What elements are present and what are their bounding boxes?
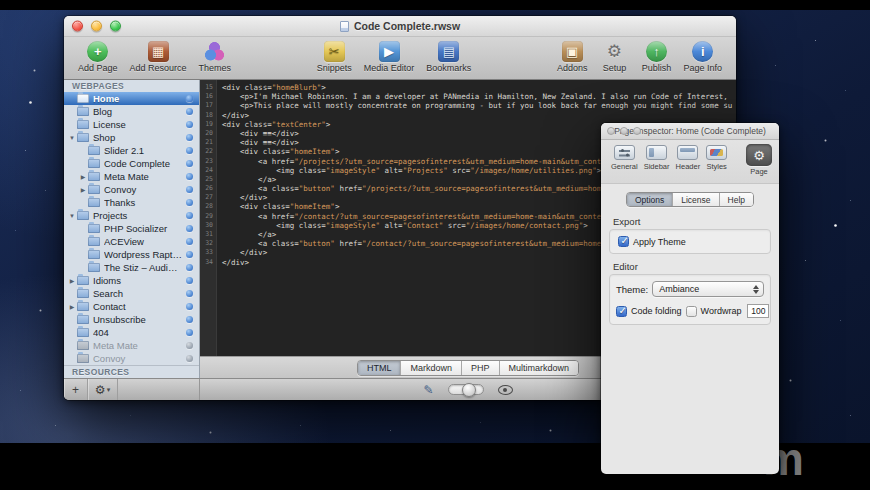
editor-mode-tab-multimarkdown[interactable]: Multimarkdown	[500, 361, 579, 375]
sidebar-item-aceview[interactable]: ACEView	[64, 235, 199, 248]
theme-label: Theme:	[616, 284, 648, 295]
toolbar-page-info-button[interactable]: iPage Info	[677, 39, 728, 73]
inspector-close-button[interactable]	[607, 127, 615, 135]
sidebar-item-blog[interactable]: Blog	[64, 105, 199, 118]
inspector-tab-help[interactable]: Help	[720, 193, 753, 206]
line-number: 32	[200, 239, 213, 248]
toolbar-themes-button[interactable]: Themes	[193, 39, 238, 73]
folder-icon	[77, 211, 89, 220]
export-section-label: Export	[613, 216, 779, 227]
sidebar-item-license[interactable]: License	[64, 118, 199, 131]
inspector-toolbar-styles-button[interactable]: Styles	[703, 144, 730, 172]
sidebar-item-meta-mate[interactable]: ▶Meta Mate	[64, 170, 199, 183]
editor-mode-tab-php[interactable]: PHP	[462, 361, 500, 375]
resources-section-header[interactable]: RESOURCES	[64, 365, 199, 378]
toolbar-group-right: ▣Addons⚙Setup↑PublishiPage Info	[551, 39, 728, 73]
sidebar-item-label: 404	[93, 327, 182, 338]
edit-pencil-icon[interactable]: ✎	[423, 384, 433, 396]
sidebar-item-contact[interactable]: ▶Contact	[64, 300, 199, 313]
preview-slider[interactable]	[448, 384, 484, 395]
add-resource-icon: ▦	[148, 41, 169, 62]
code-folding-checkbox-box[interactable]	[616, 306, 627, 317]
toolbar-media-editor-button[interactable]: ▶Media Editor	[358, 39, 421, 73]
sidebar-item-convoy[interactable]: ▶Convoy	[64, 183, 199, 196]
add-item-button[interactable]: +	[64, 379, 88, 400]
sidebar-item-label: Code Complete	[104, 158, 182, 169]
line-number: 18	[200, 111, 213, 120]
sidebar-item-unsubscribe[interactable]: Unsubscribe	[64, 313, 199, 326]
status-dot	[186, 186, 193, 193]
toolbar-add-page-button[interactable]: +Add Page	[72, 39, 124, 73]
inspector-toolbar-header-button[interactable]: Header	[673, 144, 704, 172]
inspector-tab-options[interactable]: Options	[627, 193, 673, 206]
wordwrap-checkbox-box[interactable]	[686, 306, 697, 317]
sidebar-item-php-socializer[interactable]: PHP Socializer	[64, 222, 199, 235]
apply-theme-checkbox-box[interactable]	[618, 236, 629, 247]
sidebar-item-idioms[interactable]: ▶Idioms	[64, 274, 199, 287]
toolbar-setup-button[interactable]: ⚙Setup	[593, 39, 635, 73]
editor-mode-tab-markdown[interactable]: Markdown	[401, 361, 462, 375]
disclosure-open-icon[interactable]: ▼	[67, 135, 77, 141]
slider-knob[interactable]	[462, 383, 476, 397]
page-mode-button[interactable]: ⚙ Page	[746, 144, 772, 176]
zoom-button[interactable]	[110, 21, 121, 32]
inspector-zoom-button[interactable]	[633, 127, 641, 135]
toolbar-snippets-button[interactable]: ✂Snippets	[311, 39, 358, 73]
sidebar-item-label: Thanks	[104, 197, 182, 208]
editor-mode-tab-html[interactable]: HTML	[358, 361, 402, 375]
sidebar-item-label: Shop	[93, 132, 182, 143]
sidebar-item-label: Meta Mate	[93, 340, 182, 351]
sidebar-item-home[interactable]: Home	[64, 92, 199, 105]
preview-eye-icon[interactable]	[498, 385, 513, 395]
inspector-tab-license[interactable]: License	[673, 193, 719, 206]
theme-dropdown[interactable]: Ambiance	[652, 281, 764, 297]
sidebar-item-code-complete[interactable]: Code Complete	[64, 157, 199, 170]
wordwrap-checkbox[interactable]: Wordwrap	[686, 306, 742, 317]
sidebar-item-meta-mate[interactable]: Meta Mate	[64, 339, 199, 352]
disclosure-closed-icon[interactable]: ▶	[78, 187, 88, 193]
inspector-minimize-button[interactable]	[620, 127, 628, 135]
toolbar-publish-button[interactable]: ↑Publish	[635, 39, 677, 73]
toolbar-label: Publish	[642, 63, 672, 73]
code-folding-checkbox[interactable]: Code folding	[616, 306, 682, 317]
wordwrap-width-input[interactable]	[747, 304, 769, 318]
line-number: 21	[200, 138, 213, 147]
inspector-toolbar-sidebar-button[interactable]: Sidebar	[641, 144, 673, 172]
sidebar-item-label: Slider 2.1	[104, 145, 182, 156]
sidebar-item-search[interactable]: Search	[64, 287, 199, 300]
sidebar-item-slider-2-1[interactable]: Slider 2.1	[64, 144, 199, 157]
sidebar-item-404[interactable]: 404	[64, 326, 199, 339]
toolbar-add-resource-button[interactable]: ▦Add Resource	[124, 39, 193, 73]
toolbar-addons-button[interactable]: ▣Addons	[551, 39, 594, 73]
sidebar-item-convoy[interactable]: Convoy	[64, 352, 199, 365]
disclosure-closed-icon[interactable]: ▶	[67, 278, 77, 284]
disclosure-closed-icon[interactable]: ▶	[78, 174, 88, 180]
toolbar-label: Add Resource	[130, 63, 187, 73]
action-menu-button[interactable]: ⚙ ▾	[88, 379, 118, 400]
disclosure-open-icon[interactable]: ▼	[67, 213, 77, 219]
line-number: 34	[200, 258, 213, 267]
toolbar-bookmarks-button[interactable]: ▤Bookmarks	[420, 39, 477, 73]
toolbar-label: Snippets	[317, 63, 352, 73]
inspector-toolbar-general-button[interactable]: General	[608, 144, 641, 172]
close-button[interactable]	[72, 21, 83, 32]
line-number: 15	[200, 83, 213, 92]
folder-icon	[88, 237, 100, 246]
themes-icon	[204, 41, 225, 62]
folder-icon	[77, 354, 89, 363]
toolbar-label: Media Editor	[364, 63, 415, 73]
sidebar-item-thanks[interactable]: Thanks	[64, 196, 199, 209]
disclosure-closed-icon[interactable]: ▶	[67, 304, 77, 310]
main-toolbar: +Add Page▦Add ResourceThemes ✂Snippets▶M…	[64, 37, 736, 80]
editor-mode-segmented-control: HTMLMarkdownPHPMultimarkdown	[357, 360, 579, 376]
sidebar-item-projects[interactable]: ▼Projects	[64, 209, 199, 222]
inspector-toolbar-items: GeneralSidebarHeaderStyles	[608, 144, 730, 172]
minimize-button[interactable]	[91, 21, 102, 32]
toolbar-label: Addons	[557, 63, 588, 73]
sidebar-item-the-stiz-audio-f[interactable]: The Stiz – Audio f...	[64, 261, 199, 274]
window-title: Code Complete.rwsw	[340, 20, 460, 32]
sidebar-item-wordpress-raptor[interactable]: Wordpress Raptor...	[64, 248, 199, 261]
sidebar-item-shop[interactable]: ▼Shop	[64, 131, 199, 144]
folder-icon	[77, 276, 89, 285]
apply-theme-checkbox[interactable]: Apply Theme	[618, 236, 762, 247]
